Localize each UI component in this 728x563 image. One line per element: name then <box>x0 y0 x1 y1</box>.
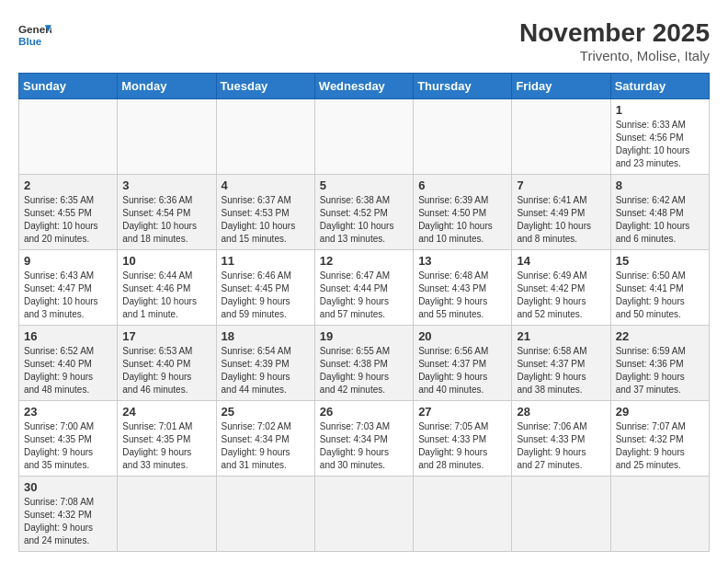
calendar-week-row: 1Sunrise: 6:33 AM Sunset: 4:56 PM Daylig… <box>19 99 710 175</box>
day-info: Sunrise: 6:36 AM Sunset: 4:54 PM Dayligh… <box>122 194 210 246</box>
calendar-cell <box>118 99 216 175</box>
day-info: Sunrise: 7:00 AM Sunset: 4:35 PM Dayligh… <box>24 420 112 472</box>
calendar-week-row: 16Sunrise: 6:52 AM Sunset: 4:40 PM Dayli… <box>19 326 710 401</box>
day-number: 29 <box>616 405 704 419</box>
day-number: 21 <box>517 329 605 343</box>
month-year-title: November 2025 <box>519 18 710 48</box>
calendar-cell: 9Sunrise: 6:43 AM Sunset: 4:47 PM Daylig… <box>19 250 118 326</box>
calendar-cell: 6Sunrise: 6:39 AM Sunset: 4:50 PM Daylig… <box>414 175 512 250</box>
day-number: 24 <box>122 405 210 419</box>
day-number: 19 <box>320 329 408 343</box>
calendar-cell <box>512 477 610 552</box>
calendar-cell <box>512 99 610 175</box>
day-number: 13 <box>418 254 506 268</box>
day-number: 14 <box>517 254 605 268</box>
page-header: General Blue November 2025 Trivento, Mol… <box>18 18 710 63</box>
day-info: Sunrise: 7:05 AM Sunset: 4:33 PM Dayligh… <box>418 420 506 472</box>
day-number: 7 <box>517 178 605 192</box>
svg-text:General: General <box>18 23 51 35</box>
day-number: 25 <box>222 405 310 419</box>
calendar-cell: 19Sunrise: 6:55 AM Sunset: 4:38 PM Dayli… <box>314 326 413 401</box>
weekday-header-friday: Friday <box>512 74 610 99</box>
weekday-header-sunday: Sunday <box>19 74 118 99</box>
calendar-cell: 10Sunrise: 6:44 AM Sunset: 4:46 PM Dayli… <box>118 250 216 326</box>
calendar-cell: 18Sunrise: 6:54 AM Sunset: 4:39 PM Dayli… <box>216 326 314 401</box>
calendar-cell: 8Sunrise: 6:42 AM Sunset: 4:48 PM Daylig… <box>610 175 709 250</box>
calendar-cell: 11Sunrise: 6:46 AM Sunset: 4:45 PM Dayli… <box>216 250 314 326</box>
calendar-cell: 3Sunrise: 6:36 AM Sunset: 4:54 PM Daylig… <box>118 175 216 250</box>
generalblue-logo-icon: General Blue <box>18 18 51 52</box>
calendar-cell: 12Sunrise: 6:47 AM Sunset: 4:44 PM Dayli… <box>314 250 413 326</box>
weekday-header-saturday: Saturday <box>610 74 709 99</box>
day-number: 12 <box>320 254 408 268</box>
day-number: 17 <box>122 329 210 343</box>
calendar-cell: 4Sunrise: 6:37 AM Sunset: 4:53 PM Daylig… <box>216 175 314 250</box>
calendar-cell: 1Sunrise: 6:33 AM Sunset: 4:56 PM Daylig… <box>610 99 709 175</box>
calendar-table: SundayMondayTuesdayWednesdayThursdayFrid… <box>18 73 710 552</box>
calendar-cell <box>118 477 216 552</box>
logo: General Blue <box>18 18 51 52</box>
day-number: 3 <box>122 178 210 192</box>
day-info: Sunrise: 6:43 AM Sunset: 4:47 PM Dayligh… <box>24 270 112 321</box>
day-info: Sunrise: 6:48 AM Sunset: 4:43 PM Dayligh… <box>418 270 506 321</box>
day-info: Sunrise: 6:38 AM Sunset: 4:52 PM Dayligh… <box>320 194 408 246</box>
calendar-cell: 15Sunrise: 6:50 AM Sunset: 4:41 PM Dayli… <box>610 250 709 326</box>
day-info: Sunrise: 6:35 AM Sunset: 4:55 PM Dayligh… <box>24 194 112 246</box>
day-info: Sunrise: 6:41 AM Sunset: 4:49 PM Dayligh… <box>517 194 605 246</box>
weekday-header-monday: Monday <box>118 74 216 99</box>
calendar-cell: 20Sunrise: 6:56 AM Sunset: 4:37 PM Dayli… <box>414 326 512 401</box>
svg-text:Blue: Blue <box>18 35 42 47</box>
weekday-header-row: SundayMondayTuesdayWednesdayThursdayFrid… <box>19 74 710 99</box>
weekday-header-thursday: Thursday <box>414 74 512 99</box>
calendar-cell <box>314 477 413 552</box>
day-info: Sunrise: 7:07 AM Sunset: 4:32 PM Dayligh… <box>616 420 704 472</box>
calendar-cell: 24Sunrise: 7:01 AM Sunset: 4:35 PM Dayli… <box>118 401 216 477</box>
day-number: 18 <box>222 329 310 343</box>
calendar-cell: 13Sunrise: 6:48 AM Sunset: 4:43 PM Dayli… <box>414 250 512 326</box>
day-number: 11 <box>222 254 310 268</box>
day-info: Sunrise: 6:50 AM Sunset: 4:41 PM Dayligh… <box>616 270 704 321</box>
calendar-cell <box>19 99 118 175</box>
day-number: 23 <box>24 405 112 419</box>
day-number: 28 <box>517 405 605 419</box>
day-info: Sunrise: 6:49 AM Sunset: 4:42 PM Dayligh… <box>517 270 605 321</box>
day-info: Sunrise: 7:06 AM Sunset: 4:33 PM Dayligh… <box>517 420 605 472</box>
day-number: 30 <box>24 480 112 494</box>
day-number: 16 <box>24 329 112 343</box>
day-info: Sunrise: 6:53 AM Sunset: 4:40 PM Dayligh… <box>122 345 210 396</box>
day-info: Sunrise: 6:56 AM Sunset: 4:37 PM Dayligh… <box>418 345 506 396</box>
calendar-cell: 25Sunrise: 7:02 AM Sunset: 4:34 PM Dayli… <box>216 401 314 477</box>
location-subtitle: Trivento, Molise, Italy <box>519 48 710 63</box>
day-number: 4 <box>222 178 310 192</box>
day-number: 22 <box>616 329 704 343</box>
calendar-cell: 28Sunrise: 7:06 AM Sunset: 4:33 PM Dayli… <box>512 401 610 477</box>
day-number: 27 <box>418 405 506 419</box>
calendar-cell <box>610 477 709 552</box>
calendar-cell: 14Sunrise: 6:49 AM Sunset: 4:42 PM Dayli… <box>512 250 610 326</box>
calendar-cell: 16Sunrise: 6:52 AM Sunset: 4:40 PM Dayli… <box>19 326 118 401</box>
day-number: 2 <box>24 178 112 192</box>
day-info: Sunrise: 6:54 AM Sunset: 4:39 PM Dayligh… <box>222 345 310 396</box>
day-info: Sunrise: 6:55 AM Sunset: 4:38 PM Dayligh… <box>320 345 408 396</box>
day-number: 8 <box>616 178 704 192</box>
day-info: Sunrise: 6:58 AM Sunset: 4:37 PM Dayligh… <box>517 345 605 396</box>
day-number: 9 <box>24 254 112 268</box>
calendar-week-row: 2Sunrise: 6:35 AM Sunset: 4:55 PM Daylig… <box>19 175 710 250</box>
calendar-cell: 29Sunrise: 7:07 AM Sunset: 4:32 PM Dayli… <box>610 401 709 477</box>
day-info: Sunrise: 6:37 AM Sunset: 4:53 PM Dayligh… <box>222 194 310 246</box>
day-number: 1 <box>616 103 704 117</box>
calendar-cell <box>414 477 512 552</box>
day-info: Sunrise: 6:46 AM Sunset: 4:45 PM Dayligh… <box>222 270 310 321</box>
day-info: Sunrise: 6:39 AM Sunset: 4:50 PM Dayligh… <box>418 194 506 246</box>
weekday-header-wednesday: Wednesday <box>314 74 413 99</box>
calendar-cell: 7Sunrise: 6:41 AM Sunset: 4:49 PM Daylig… <box>512 175 610 250</box>
calendar-cell <box>216 477 314 552</box>
day-info: Sunrise: 6:59 AM Sunset: 4:36 PM Dayligh… <box>616 345 704 396</box>
calendar-cell: 23Sunrise: 7:00 AM Sunset: 4:35 PM Dayli… <box>19 401 118 477</box>
calendar-week-row: 9Sunrise: 6:43 AM Sunset: 4:47 PM Daylig… <box>19 250 710 326</box>
day-info: Sunrise: 6:52 AM Sunset: 4:40 PM Dayligh… <box>24 345 112 396</box>
calendar-cell: 27Sunrise: 7:05 AM Sunset: 4:33 PM Dayli… <box>414 401 512 477</box>
calendar-cell: 2Sunrise: 6:35 AM Sunset: 4:55 PM Daylig… <box>19 175 118 250</box>
calendar-cell: 26Sunrise: 7:03 AM Sunset: 4:34 PM Dayli… <box>314 401 413 477</box>
calendar-cell <box>216 99 314 175</box>
